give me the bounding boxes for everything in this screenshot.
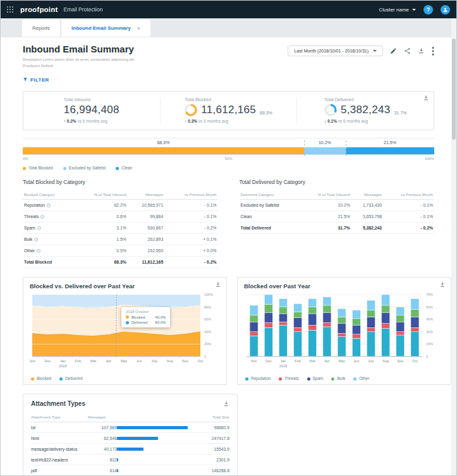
messages-bar (117, 437, 158, 440)
bar-segment-clean[interactable] (346, 147, 434, 154)
attachment-row: message/delivery-status 40,173 15543.9 (31, 444, 229, 455)
user-icon[interactable] (441, 5, 450, 15)
column-header-3: vs Previous Month (383, 190, 434, 200)
cell-percent: 3.1% (74, 223, 128, 234)
cell-change: - 0.1% (164, 211, 217, 223)
cell-messages: 10,565,971 (128, 200, 164, 211)
column-attachment-type: Attachment Type (31, 412, 88, 422)
page-title: Inbound Email Summary (23, 44, 134, 54)
header-controls: Last Month (2018/10/01 - 2018/10/31) (288, 46, 434, 56)
cell-category: Excluded by Safelist (240, 200, 300, 211)
download-icon[interactable] (418, 47, 425, 54)
distribution-axis: 0% 50% 100% (23, 154, 434, 162)
caret-down-icon (373, 50, 377, 52)
legend-dot (331, 377, 334, 381)
cell-attachment-type: html (31, 433, 88, 444)
cell-messages: 614 (88, 465, 117, 476)
cell-messages-bar (117, 465, 192, 476)
scrollbar-thumb[interactable] (452, 39, 456, 140)
cell-messages: 99,884 (128, 211, 164, 223)
legend-item-threats: Threats (279, 376, 298, 381)
cell-total-size: 2301.9 (192, 455, 229, 465)
apps-grid-icon[interactable] (7, 6, 13, 13)
cell-change: - 0.2% (164, 257, 217, 268)
product-name: Email Protection (63, 6, 102, 13)
legend-dot (23, 167, 26, 170)
cluster-label: Cluster name (379, 7, 409, 13)
info-icon[interactable]: i (40, 215, 44, 219)
svg-text:2018: 2018 (59, 364, 66, 368)
cell-change: - 0.1% (383, 200, 434, 211)
svg-text:2018: 2018 (279, 364, 287, 368)
cell-percent: 1.5% (74, 234, 128, 245)
svg-text:60%: 60% (426, 305, 433, 309)
cell-messages: 812 (88, 455, 117, 465)
summary-download-icon[interactable] (423, 95, 429, 101)
category-tables-row: Total Blocked by Category Blocked Catego… (23, 179, 434, 268)
cell-messages: 152,550 (128, 245, 164, 257)
scrollbar[interactable] (451, 18, 456, 475)
area-chart-svg[interactable]: 020%40%60%80%100%NovDecJanFebMarAprMayJu… (30, 292, 221, 374)
donut-chart (324, 104, 337, 116)
svg-text:Feb: Feb (75, 359, 81, 363)
chart-download-icon[interactable] (215, 281, 221, 288)
bar-chart-legend: ReputationThreatsSpamBulkOther (244, 376, 444, 381)
cell-percent: 62.2% (74, 200, 128, 211)
cell-attachment-type: message/delivery-status (31, 444, 88, 455)
tab-label: Reports (32, 25, 50, 31)
cell-category: Reputationi (23, 200, 74, 211)
bar-segment-excluded-by-safelist[interactable] (304, 147, 346, 154)
edit-icon[interactable] (390, 47, 397, 54)
svg-text:75%: 75% (426, 293, 433, 296)
blocked-over-past-year-chart-card: Blocked over Past Year 015%30%45%60%75%N… (237, 277, 451, 385)
axis-label-100: 100% (425, 157, 434, 161)
tab-inbound-email-summary[interactable]: Inbound Email Summary × (61, 20, 150, 37)
chart-title: Blocked over Past Year (244, 283, 444, 290)
area-chart[interactable]: 020%40%60%80%100%NovDecJanFebMarAprMayJu… (30, 292, 220, 374)
info-icon[interactable]: i (37, 249, 40, 253)
cell-change: + 0.0% (164, 245, 217, 257)
table-row: Threatsi 0.6% 99,884 - 0.1% (23, 211, 218, 223)
tab-reports[interactable]: Reports (22, 20, 60, 37)
date-range-dropdown[interactable]: Last Month (2018/10/01 - 2018/10/31) (288, 46, 383, 56)
svg-text:40%: 40% (204, 330, 211, 334)
cell-percent: 31.7% (300, 223, 351, 234)
bar-segment-total-blocked[interactable] (23, 147, 304, 154)
more-options-icon[interactable] (432, 47, 434, 56)
cell-total-size: 15543.9 (192, 444, 229, 455)
chart-download-icon[interactable] (439, 281, 446, 288)
stacked-bar-chart[interactable]: 015%30%45%60%75%NovDecJan2018FebMarAprMa… (244, 292, 444, 374)
svg-text:Apr: Apr (106, 359, 112, 363)
caret-down-icon (412, 9, 416, 11)
table-row: Total Blocked 68.3% 11,612,165 - 0.2% (23, 257, 218, 268)
cluster-dropdown[interactable]: Cluster name (379, 7, 416, 13)
summary-stats: Total Inbound 16,994,408 ↑ 0.2% vs 6 mon… (23, 97, 434, 123)
info-icon[interactable]: i (37, 226, 41, 230)
cell-messages: 11,612,165 (128, 257, 164, 268)
svg-text:May: May (338, 359, 345, 363)
filter-row: FILTER (1, 71, 456, 90)
stacked-bar-chart-svg[interactable]: 015%30%45%60%75%NovDecJan2018FebMarAprMa… (244, 292, 444, 374)
cell-change: - 0.1% (164, 200, 217, 211)
cell-change: - 0.2% (383, 223, 434, 234)
tab-close-icon[interactable]: × (137, 25, 140, 32)
legend-dot (353, 377, 356, 381)
help-icon[interactable]: ? (423, 5, 433, 15)
filter-button[interactable]: FILTER (23, 77, 49, 83)
info-icon[interactable]: i (47, 204, 51, 207)
cell-percent: 0.6% (74, 211, 128, 223)
svg-text:May: May (121, 359, 128, 363)
info-icon[interactable]: i (34, 238, 38, 241)
segment-percent-label: 21.5% (384, 140, 396, 145)
brand-logo: proofpoint (20, 6, 58, 13)
cell-messages-bar (117, 444, 192, 455)
cell-percent: 21.5% (300, 211, 351, 223)
attachments-download-icon[interactable] (223, 401, 229, 407)
cell-messages: 5,382,243 (351, 223, 383, 234)
legend-item-other: Other (353, 376, 369, 381)
tab-label: Inbound Email Summary (71, 25, 131, 31)
legend-item-spam: Spam (307, 376, 324, 381)
table-title: Total Delivered by Category (240, 179, 435, 185)
share-icon[interactable] (404, 47, 411, 54)
cell-category: Clean (240, 211, 300, 223)
